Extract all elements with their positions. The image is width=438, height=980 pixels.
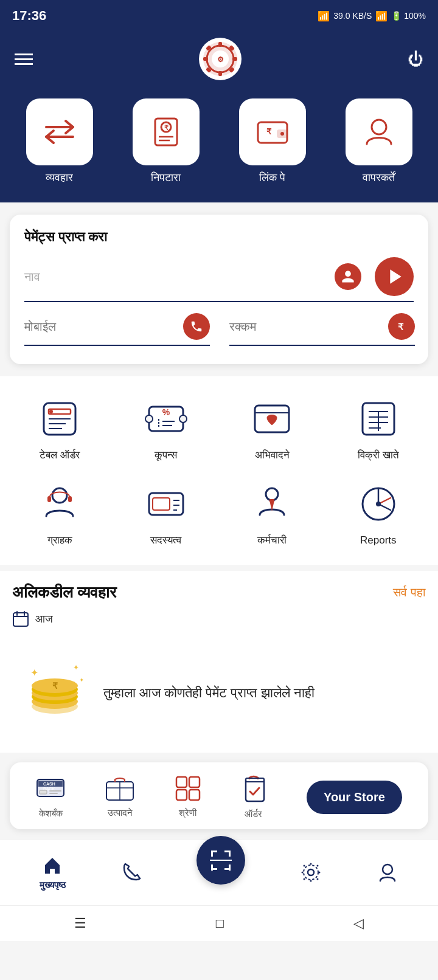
svg-text:✦: ✦ [30,668,38,678]
scan-icon [209,848,233,872]
svg-rect-85 [189,790,200,800]
svg-rect-82 [176,777,187,787]
nav-cashbank[interactable]: CASH BACK केशबँक [36,776,65,819]
date-row: आज [12,610,426,627]
status-icons: 📶 39.0 KB/S 📶 🔋 100% [318,10,426,22]
svg-text:%: % [162,407,170,417]
sales-icon [354,395,403,443]
svg-text:⚙: ⚙ [217,55,224,64]
action-vaparkarte[interactable]: वापरकर्तें [346,98,412,184]
svg-rect-84 [176,790,187,800]
receipt-icon: ₹ [148,114,184,150]
svg-text:₹: ₹ [398,322,404,332]
svg-point-32 [145,415,153,423]
svg-point-23 [372,120,386,134]
nav-orders[interactable]: ऑर्डर [241,775,266,820]
menu-reports[interactable]: Reports [328,474,429,553]
action-vyavahar[interactable]: व्यवहार [26,98,93,184]
nav-settings[interactable] [300,861,322,883]
status-time: 17:36 [12,8,46,24]
menu-greetings[interactable]: अभिवादने [222,388,322,468]
user-icon [361,114,397,150]
svg-rect-55 [269,499,274,502]
svg-rect-78 [49,793,58,794]
orders-icon [241,775,266,805]
svg-point-21 [280,132,284,136]
svg-rect-77 [49,790,61,792]
svg-rect-50 [153,498,170,510]
svg-point-57 [376,502,381,506]
vyavahar-icon-box [26,98,93,165]
hamburger-menu[interactable] [15,53,33,65]
scan-button[interactable] [196,836,245,885]
greetings-label: अभिवादने [255,449,290,461]
logo-svg: ⚙ [202,41,238,77]
menu-tableorder[interactable]: टेबल ऑर्डर [10,388,110,468]
svg-rect-3 [218,71,222,76]
action-nipatara[interactable]: ₹ निपटारा [133,98,200,184]
profile-icon [377,861,398,883]
app-logo: ⚙ [199,38,242,80]
svg-rect-47 [47,496,51,502]
menu-coupons[interactable]: % कूपन्स [116,388,217,468]
nav-products[interactable]: उत्पादने [105,776,134,818]
svg-rect-4 [203,57,208,61]
svg-rect-5 [232,57,237,61]
rupee-icon: ₹ [388,313,415,340]
svg-point-98 [383,864,392,874]
phone-icon [183,313,210,340]
membership-label: सदस्यत्व [150,534,181,547]
menu-membership[interactable]: सदस्यत्व [116,474,217,553]
svg-rect-90 [229,851,231,857]
quick-actions-section: व्यवहार ₹ निपटारा ₹ लिंक पे [0,86,438,202]
menu-sales[interactable]: विक्री खाते [328,388,429,468]
action-linkpay[interactable]: ₹ लिंक पे [239,98,306,184]
wallet-icon: ₹ [254,114,291,150]
svg-point-96 [308,869,314,875]
sys-menu-icon[interactable]: ☰ [74,916,86,931]
sys-home-icon[interactable]: □ [216,916,224,931]
reports-label: Reports [360,534,397,547]
svg-rect-48 [68,496,72,502]
tableorder-label: टेबल ऑर्डर [40,449,80,461]
svg-rect-49 [149,493,183,515]
mobile-input-row [24,313,210,346]
svg-rect-76 [40,790,47,794]
menu-employee[interactable]: कर्मचारी [222,474,322,553]
calendar-icon [12,610,29,627]
sales-label: विक्री खाते [358,449,399,461]
see-all-button[interactable]: सर्व पहा [393,585,426,599]
vaparkarte-icon-box [346,98,412,165]
amount-input[interactable] [229,320,383,334]
nav-profile[interactable] [377,861,398,883]
mobile-input[interactable] [24,320,178,334]
employee-icon [248,480,296,528]
your-store-button[interactable]: Your Store [307,781,402,814]
svg-rect-88 [211,851,213,857]
submit-button[interactable] [375,257,414,296]
nav-home[interactable]: मुख्यपृष्ठ [40,854,66,891]
bottom-nav-card: CASH BACK केशबँक उत्पादने [10,762,428,829]
payment-card: पेमेंट्स प्राप्त करा ₹ [10,215,428,364]
power-button[interactable]: ⏻ [408,50,423,69]
nav-call[interactable] [120,861,142,883]
name-input[interactable] [24,270,328,284]
membership-icon [142,480,190,528]
svg-point-33 [179,415,187,423]
svg-rect-92 [211,864,213,871]
coupons-icon: % [142,395,190,443]
svg-rect-2 [218,42,222,47]
menu-customer[interactable]: ग्राहक [10,474,110,553]
recent-title: अलिकडील व्यवहार [12,583,116,602]
nav-categories[interactable]: श्रेणी [175,776,201,818]
svg-text:₹: ₹ [164,124,168,131]
svg-text:₹: ₹ [266,127,272,136]
app-header: ⚙ ⏻ [0,32,438,86]
name-input-row [24,257,414,302]
empty-state: ₹ ✦ ✦ ✦ तुम्हाला आज कोणतेही पेमेंट प्राप… [12,640,426,747]
sys-back-icon[interactable]: ◁ [353,916,364,931]
customer-label: ग्राहक [47,534,72,547]
greetings-icon [248,395,296,443]
products-icon [105,776,134,804]
home-label: मुख्यपृष्ठ [40,880,66,891]
